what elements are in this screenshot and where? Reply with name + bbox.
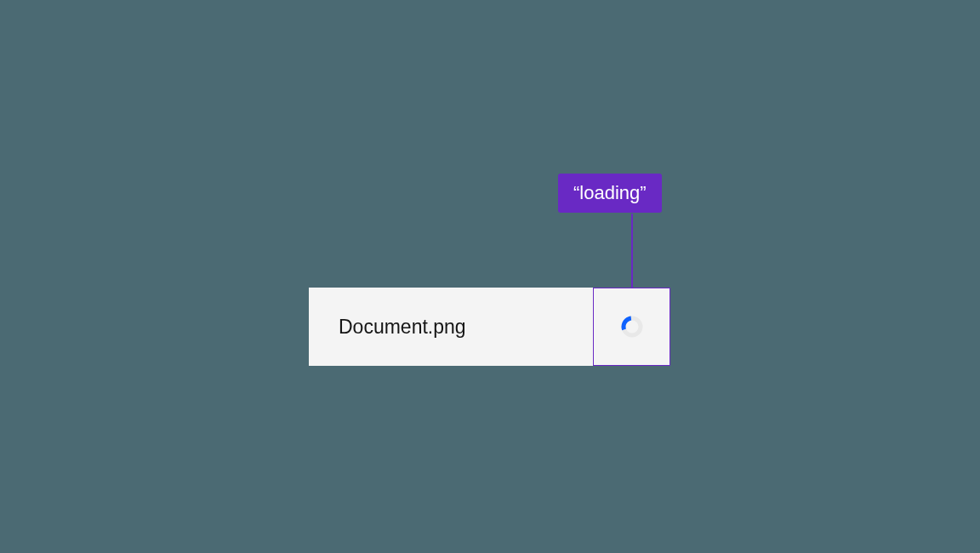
callout-label: “loading” <box>558 174 662 213</box>
callout-connector-line <box>631 214 633 288</box>
loading-indicator-container <box>593 288 670 366</box>
loading-spinner-icon <box>621 316 643 338</box>
